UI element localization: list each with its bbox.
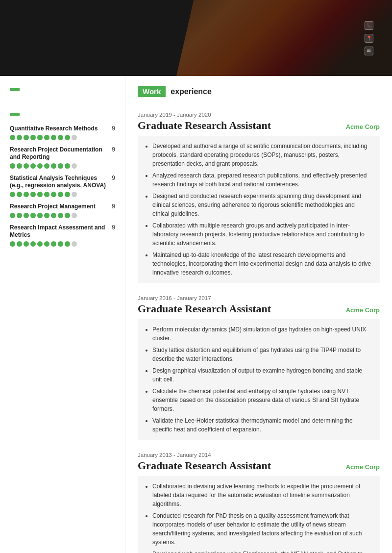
dot-filled [65,135,70,140]
dot-filled [17,241,22,247]
dot-filled [37,241,43,247]
dot-filled [24,241,29,247]
dot-filled [51,213,56,218]
skill-item: Research Impact Assessment and Metrics9 [10,224,115,247]
skill-item: Quantitative Research Methods9 [10,125,115,140]
bullet-item: Analyzed research data, prepared researc… [152,171,372,189]
work-experience-header-row: Work experience [138,86,380,104]
main-content: Work experience January 2019 - January 2… [125,76,392,553]
phone-icon: 📞 [365,21,373,30]
dot-filled [65,213,70,218]
dot-filled [65,163,70,169]
dot-filled [10,192,15,197]
bullet-item: Validate the Lee-Holder statistical ther… [152,416,372,434]
skill-score: 9 [112,125,115,132]
job-bullets: Collaborated in devising active learning… [138,476,380,553]
dot-filled [51,163,56,169]
dot-filled [58,163,63,169]
dot-filled [17,213,22,218]
dot-filled [24,213,29,218]
dot-filled [44,241,49,247]
skills-header [10,113,20,116]
email-icon: ✉ [365,47,373,55]
job-dates: January 2016 - January 2017 [138,295,380,301]
dot-filled [58,135,63,140]
work-experience-title-suffix: experience [171,87,212,96]
skill-score: 9 [112,146,115,153]
dot-filled [10,241,15,247]
skill-item: Research Project Documentation and Repor… [10,146,115,169]
bullet-item: Collaborated with multiple research grou… [152,221,372,248]
skill-dots [10,241,115,247]
dot-filled [58,213,63,218]
skill-dots [10,163,115,169]
job-dates: January 2019 - January 2020 [138,112,380,118]
skill-name: Research Impact Assessment and Metrics [10,224,109,239]
dot-filled [37,213,43,218]
dot-filled [10,163,15,169]
job-title: Graduate Research Assistant [138,302,271,315]
job-title: Graduate Research Assistant [138,459,271,472]
dot-filled [58,241,63,247]
skill-score: 9 [112,175,115,181]
dot-filled [44,135,49,140]
skill-name: Research Project Management [10,203,109,211]
dot-empty [72,163,77,169]
dot-filled [58,192,63,197]
skill-score: 9 [112,224,115,231]
sidebar: Quantitative Research Methods9Research P… [0,76,125,553]
dot-filled [65,241,70,247]
dot-filled [17,135,22,140]
header-content: 📞 📍 ✉ [0,21,392,55]
bullet-item: Developed web applications using Elastic… [152,550,372,553]
bullet-item: Developed and authored a range of scient… [152,142,372,168]
skill-item: Statistical Analysis Techniques (e.g., r… [10,175,115,197]
job-entry: January 2019 - January 2020Graduate Rese… [138,112,380,283]
dot-filled [24,163,29,169]
dot-filled [37,192,43,197]
job-company: Acme Corp [346,463,380,471]
dot-filled [37,135,43,140]
job-dates: January 2013 - January 2014 [138,452,380,458]
skill-name: Research Project Documentation and Repor… [10,146,109,161]
job-company: Acme Corp [346,123,380,130]
header-left [15,37,345,40]
header: 📞 📍 ✉ [0,0,392,76]
job-bullets: Perform molecular dynamics (MD) simulati… [138,319,380,440]
skill-dots [10,135,115,140]
dot-filled [65,192,70,197]
dot-filled [44,213,49,218]
dot-filled [44,163,49,169]
phone-contact: 📞 [365,21,377,30]
dot-filled [30,241,36,247]
jobs-list: January 2019 - January 2020Graduate Rese… [138,112,380,553]
dot-filled [10,213,15,218]
contact-info: 📞 📍 ✉ [365,21,377,55]
dot-filled [10,135,15,140]
dot-filled [24,135,29,140]
dot-filled [51,241,56,247]
bullet-item: Study lattice distortion and equilibrium… [152,346,372,363]
bullet-item: Designed and conducted research experime… [152,192,372,218]
location-icon: 📍 [365,34,373,43]
job-entry: January 2013 - January 2014Graduate Rese… [138,452,380,553]
bullet-item: Maintained up-to-date knowledge of the l… [152,251,372,277]
bullet-item: Collaborated in devising active learning… [152,482,372,508]
dot-filled [37,163,43,169]
bullet-item: Perform molecular dynamics (MD) simulati… [152,325,372,343]
dot-empty [72,135,77,140]
dot-filled [30,135,36,140]
skills-list: Quantitative Research Methods9Research P… [10,125,115,247]
dot-filled [30,163,36,169]
job-title: Graduate Research Assistant [138,119,271,132]
dot-filled [51,135,56,140]
dot-filled [30,192,36,197]
main-body: Quantitative Research Methods9Research P… [0,76,392,553]
bullet-item: Conducted research for PhD thesis on a q… [152,511,372,547]
skill-score: 9 [112,203,115,210]
job-bullets: Developed and authored a range of scient… [138,136,380,283]
dot-filled [17,163,22,169]
skills-section: Quantitative Research Methods9Research P… [10,113,115,247]
dot-filled [51,192,56,197]
skill-name: Statistical Analysis Techniques (e.g., r… [10,175,109,190]
